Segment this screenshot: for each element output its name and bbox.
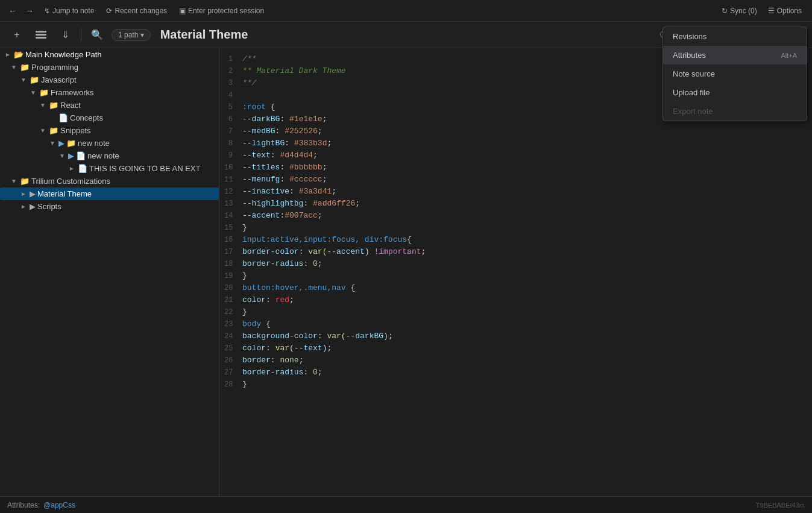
line-number: 28 — [224, 379, 242, 391]
sidebar-label-javascript: Javascript — [41, 75, 77, 84]
toolbar-separator — [81, 28, 81, 42]
options-button[interactable]: ☰ Options — [764, 5, 806, 17]
dropdown-attributes[interactable]: Attributes Alt+A — [663, 46, 807, 65]
jump-to-note-button[interactable]: ↯ Jump to note — [40, 5, 98, 17]
line-content: --lightBG: #383b3d; — [242, 137, 807, 149]
line-number: 6 — [224, 113, 242, 125]
dropdown-note-source[interactable]: Note source — [663, 65, 807, 83]
folder-icon: 📁 — [39, 88, 49, 97]
code-line-16: 16input:active,input:focus, div:focus{ — [219, 234, 812, 246]
sidebar-item-scripts[interactable]: ► ▶ Scripts — [0, 200, 219, 213]
code-line-13: 13 --highlightbg: #add6ff26; — [219, 198, 812, 210]
sidebar-label-react: React — [60, 101, 81, 110]
line-number: 18 — [224, 258, 242, 270]
statusbar: Attributes: @appCss T9BEBABEI43m — [0, 496, 812, 513]
code-line-7: 7 --medBG: #252526; — [219, 125, 812, 137]
code-line-27: 27 border-radius: 0; — [219, 367, 812, 379]
line-content: --titles: #bbbbbb; — [242, 162, 807, 174]
line-number: 1 — [224, 53, 242, 65]
line-content: } — [242, 379, 807, 391]
code-line-12: 12 --inactive: #3a3d41; — [219, 186, 812, 198]
line-content: border-color: var(--accent) !important; — [242, 246, 807, 258]
download-button[interactable]: ⇓ — [55, 25, 75, 45]
sidebar-item-new-note-1[interactable]: ▼ ▶ 📁 new note — [0, 137, 219, 149]
line-content: --accent:#007acc; — [242, 210, 807, 222]
protected-session-button[interactable]: ▣ Enter protected session — [175, 5, 268, 17]
line-content: } — [242, 306, 807, 318]
sync-button[interactable]: ↻ Sync (0) — [717, 5, 761, 17]
expand-arrow: ▼ — [39, 127, 47, 135]
line-number: 7 — [224, 125, 242, 137]
attributes-value: @appCss — [43, 501, 75, 509]
sidebar-item-programming[interactable]: ▼ 📁 Programming — [0, 61, 219, 74]
line-content: } — [242, 222, 807, 234]
file-icon: 📄 — [78, 164, 87, 173]
sidebar-item-this-is-going[interactable]: ► 📄 THIS IS GOING TO BE AN EXT — [0, 162, 219, 175]
sidebar-label-trilium: Trilium Customizations — [31, 177, 110, 186]
sidebar-item-frameworks[interactable]: ▼ 📁 Frameworks — [0, 86, 219, 99]
line-content: button:hover,.menu,nav { — [242, 282, 807, 294]
folder-icon: 📁 — [30, 75, 39, 84]
recent-changes-button[interactable]: ⟳ Recent changes — [102, 5, 171, 17]
file-icon: 📄 — [76, 151, 86, 160]
expand-arrow: ► — [19, 190, 28, 198]
line-number: 26 — [224, 354, 242, 367]
line-number: 21 — [224, 294, 242, 306]
lock-icon: ▣ — [179, 7, 186, 15]
folder-icon: 📁 — [20, 63, 30, 72]
line-content: border-radius: 0; — [242, 367, 807, 379]
line-number: 5 — [224, 101, 242, 113]
line-number: 24 — [224, 330, 242, 342]
code-line-18: 18 border-radius: 0; — [219, 258, 812, 270]
forward-button[interactable]: → — [23, 4, 36, 17]
code-line-26: 26 border: none; — [219, 354, 812, 367]
sidebar-item-concepts[interactable]: 📄 Concepts — [0, 112, 219, 124]
line-content: input:active,input:focus, div:focus{ — [242, 234, 807, 246]
line-number: 22 — [224, 306, 242, 318]
layers-button[interactable] — [31, 25, 51, 45]
code-line-25: 25 color: var(--text); — [219, 342, 812, 354]
note-id: T9BEBABEI43m — [756, 502, 805, 509]
back-button[interactable]: ← — [6, 4, 19, 17]
svg-rect-2 — [36, 37, 46, 39]
code-line-9: 9 --text: #d4d4d4; — [219, 149, 812, 162]
sidebar-item-react[interactable]: ▼ 📁 React — [0, 99, 219, 112]
sidebar-label-new-note-1: new note — [78, 139, 110, 148]
dropdown-export-note: Export note — [663, 102, 807, 121]
breadcrumb-pill[interactable]: 1 path ▾ — [112, 29, 151, 41]
dropdown-upload-file[interactable]: Upload file — [663, 83, 807, 102]
expand-arrow: ▼ — [39, 101, 47, 110]
topbar: ← → ↯ Jump to note ⟳ Recent changes ▣ En… — [0, 0, 812, 22]
line-content: --text: #d4d4d4; — [242, 149, 807, 162]
sidebar: ► 📂 Main Knowledge Path ▼ 📁 Programming … — [0, 48, 219, 496]
code-line-17: 17 border-color: var(--accent) !importan… — [219, 246, 812, 258]
sidebar-item-snippets[interactable]: ▼ 📁 Snippets — [0, 124, 219, 137]
add-note-button[interactable]: + — [7, 25, 27, 45]
expand-arrow: ▼ — [29, 89, 37, 97]
script-icon: ▶ — [68, 151, 74, 160]
script-icon: ▶ — [30, 202, 36, 211]
line-number: 13 — [224, 198, 242, 210]
dropdown-revisions[interactable]: Revisions — [663, 27, 807, 46]
sidebar-item-material-theme[interactable]: ► ▶ Material Theme — [0, 187, 219, 200]
sidebar-item-new-note-2[interactable]: ▼ ▶ 📄 new note — [0, 149, 219, 162]
code-line-15: 15} — [219, 222, 812, 234]
expand-arrow — [48, 114, 57, 122]
line-number: 8 — [224, 137, 242, 149]
svg-rect-1 — [36, 34, 46, 36]
svg-rect-0 — [36, 31, 46, 33]
line-number: 4 — [224, 89, 242, 101]
code-line-11: 11 --menufg: #cccccc; — [219, 174, 812, 186]
search-button[interactable]: 🔍 — [87, 25, 107, 45]
line-number: 3 — [224, 77, 242, 89]
clock-icon: ⟳ — [106, 7, 112, 15]
note-title: Material Theme — [156, 28, 655, 42]
line-content: color: red; — [242, 294, 807, 306]
expand-arrow: ▼ — [58, 152, 66, 160]
sidebar-item-javascript[interactable]: ▼ 📁 Javascript — [0, 74, 219, 86]
line-content: --menufg: #cccccc; — [242, 174, 807, 186]
line-number: 23 — [224, 318, 242, 330]
sidebar-item-main-knowledge-path[interactable]: ► 📂 Main Knowledge Path — [0, 48, 219, 61]
sync-icon: ↻ — [722, 7, 728, 15]
sidebar-item-trilium[interactable]: ▼ 📁 Trilium Customizations — [0, 175, 219, 187]
